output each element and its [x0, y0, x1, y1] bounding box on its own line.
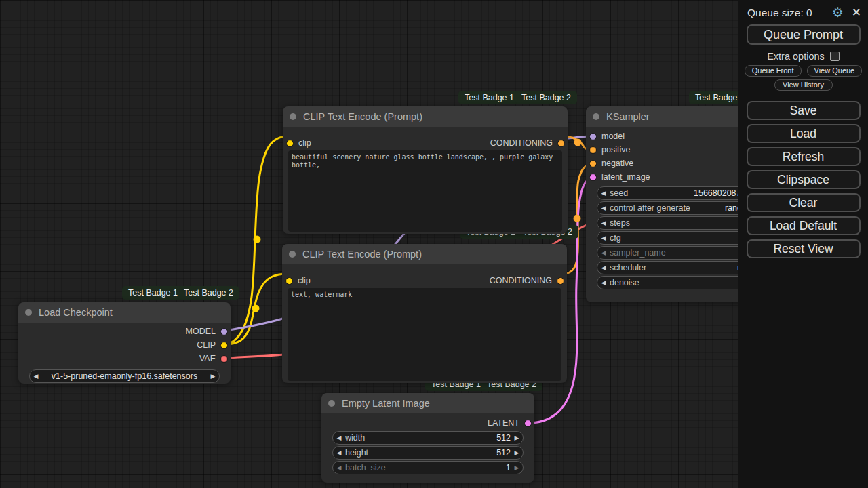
settings-gear-icon[interactable]: ⚙: [832, 6, 844, 19]
prev-arrow-icon[interactable]: ◀: [597, 220, 610, 226]
input-clip[interactable]: clip: [282, 274, 311, 287]
output-conditioning[interactable]: CONDITIONING: [490, 274, 567, 287]
queue-prompt-button[interactable]: Queue Prompt: [747, 24, 861, 45]
prev-arrow-icon[interactable]: ◀: [333, 434, 345, 441]
prompt-textarea[interactable]: beautiful scenery nature glass bottle la…: [288, 150, 562, 232]
prompt-textarea[interactable]: text, watermark: [288, 288, 561, 381]
next-arrow-icon[interactable]: ▶: [511, 434, 523, 441]
clip-port-icon[interactable]: [286, 140, 294, 147]
load-button[interactable]: Load: [747, 124, 861, 143]
link-dot: [252, 305, 260, 312]
prev-arrow-icon[interactable]: ◀: [597, 205, 610, 211]
node-title: Empty Latent Image: [342, 398, 430, 409]
node-title: CLIP Text Encode (Prompt): [302, 249, 422, 260]
prev-arrow-icon[interactable]: ◀: [597, 249, 610, 256]
node-title-bar[interactable]: Empty Latent Image: [321, 393, 534, 413]
output-vae[interactable]: VAE: [18, 352, 231, 365]
collapse-dot-icon[interactable]: [328, 400, 335, 407]
collapse-dot-icon[interactable]: [25, 309, 32, 316]
output-conditioning[interactable]: CONDITIONING: [490, 136, 568, 150]
save-button[interactable]: Save: [747, 101, 861, 120]
close-icon[interactable]: ✕: [852, 7, 861, 18]
next-arrow-icon[interactable]: ▶: [511, 464, 523, 471]
prev-arrow-icon[interactable]: ◀: [597, 235, 610, 241]
refresh-button[interactable]: Refresh: [747, 147, 861, 166]
node-title: Load Checkpoint: [39, 307, 113, 318]
prev-arrow-icon[interactable]: ◀: [597, 190, 610, 197]
queue-front-button[interactable]: Queue Front: [745, 65, 802, 77]
view-queue-button[interactable]: View Queue: [807, 65, 863, 77]
conditioning-port-icon[interactable]: [589, 160, 597, 167]
node-title-bar[interactable]: CLIP Text Encode (Prompt): [283, 106, 568, 127]
link-dot: [254, 236, 261, 243]
clear-button[interactable]: Clear: [747, 193, 861, 212]
batch-size-widget[interactable]: ◀ batch_size 1 ▶: [332, 461, 524, 474]
latent-port-icon[interactable]: [589, 174, 597, 181]
prev-arrow-icon[interactable]: ◀: [333, 449, 345, 456]
conditioning-port-icon[interactable]: [557, 277, 564, 285]
collapse-dot-icon[interactable]: [290, 113, 296, 120]
latent-port-icon[interactable]: [524, 420, 532, 427]
input-clip[interactable]: clip: [283, 136, 311, 150]
node-graph-canvas[interactable]: Test Badge 1 Test Badge 2 Test Badge 1 T…: [0, 0, 868, 488]
node-clip-text-encode-positive[interactable]: CLIP Text Encode (Prompt) clip CONDITION…: [283, 106, 568, 234]
model-port-icon[interactable]: [589, 133, 597, 140]
output-model[interactable]: MODEL: [18, 325, 231, 338]
link-dot: [574, 215, 581, 222]
prev-arrow-icon[interactable]: ◀: [333, 464, 345, 471]
extra-options-label: Extra options: [767, 51, 825, 62]
output-clip[interactable]: CLIP: [18, 338, 231, 352]
prev-arrow-icon[interactable]: ◀: [597, 264, 610, 271]
node-badge: Test Badge 1: [458, 91, 520, 104]
load-default-button[interactable]: Load Default: [747, 216, 861, 235]
clipspace-button[interactable]: Clipspace: [747, 170, 861, 189]
menu-panel: Queue size: 0 ⚙ ✕ Queue Prompt Extra opt…: [738, 0, 868, 488]
prev-arrow-icon[interactable]: ◀: [597, 279, 610, 286]
node-title-bar[interactable]: Load Checkpoint: [18, 302, 231, 323]
node-empty-latent-image[interactable]: Empty Latent Image LATENT ◀ width 512 ▶ …: [321, 393, 534, 483]
extra-options-checkbox[interactable]: [830, 52, 840, 61]
node-clip-text-encode-negative[interactable]: CLIP Text Encode (Prompt) clip CONDITION…: [282, 244, 567, 383]
reset-view-button[interactable]: Reset View: [747, 239, 861, 258]
ckpt-name-combo[interactable]: ◀ v1-5-pruned-emaonly-fp16.safetensors ▶: [29, 369, 220, 383]
prev-arrow-icon[interactable]: ◀: [30, 373, 42, 380]
node-title: KSampler: [606, 111, 650, 122]
collapse-dot-icon[interactable]: [289, 251, 296, 258]
next-arrow-icon[interactable]: ▶: [511, 449, 523, 456]
model-port-icon[interactable]: [220, 328, 228, 336]
node-title: CLIP Text Encode (Prompt): [303, 111, 422, 122]
link-dot: [574, 139, 582, 146]
vae-port-icon[interactable]: [220, 355, 228, 363]
clip-port-icon[interactable]: [285, 277, 293, 285]
queue-size-label: Queue size: 0: [747, 7, 832, 19]
collapse-dot-icon[interactable]: [593, 113, 599, 120]
next-arrow-icon[interactable]: ▶: [207, 373, 219, 380]
conditioning-port-icon[interactable]: [557, 140, 565, 147]
node-load-checkpoint[interactable]: Load Checkpoint MODEL CLIP VAE ◀ v1-5-pr…: [18, 302, 231, 384]
node-badge: Test Badge 2: [178, 286, 239, 300]
node-badge: Test Badge 2: [515, 91, 577, 104]
node-badge: Test Badge 1: [122, 286, 184, 300]
node-title-bar[interactable]: CLIP Text Encode (Prompt): [282, 244, 567, 264]
conditioning-port-icon[interactable]: [589, 146, 597, 154]
height-widget[interactable]: ◀ height 512 ▶: [332, 446, 524, 460]
clip-port-icon[interactable]: [220, 342, 228, 349]
view-history-button[interactable]: View History: [774, 79, 833, 91]
width-widget[interactable]: ◀ width 512 ▶: [332, 431, 524, 445]
output-latent[interactable]: LATENT: [321, 416, 534, 430]
